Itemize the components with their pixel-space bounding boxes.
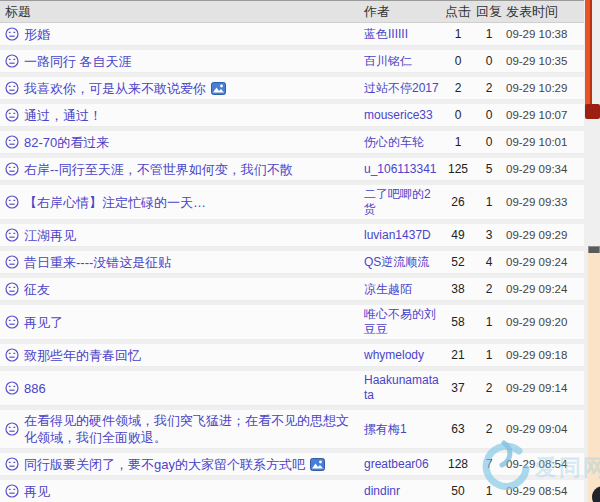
table-row: 同行版要关闭了，要不gay的大家留个联系方式吧 greatbear06 128 … [0, 453, 584, 476]
click-count: 2 [442, 81, 474, 95]
table-row: 右岸--同行至天涯，不管世界如何变，我们不散 u_106113341 125 5… [0, 158, 584, 181]
smiley-face-icon [5, 381, 19, 395]
smiley-face-icon [5, 135, 19, 149]
table-header-row: 标题 作者 点击 回复 发表时间 [0, 0, 584, 23]
click-count: 125 [442, 162, 474, 176]
author-link[interactable]: 唯心不易的刘豆豆 [364, 307, 442, 337]
thread-title-link[interactable]: 江湖再见 [24, 227, 76, 244]
author-link[interactable]: 百川铭仁 [364, 54, 442, 69]
post-time: 09-29 09:33 [504, 196, 584, 208]
reply-count: 2 [474, 81, 504, 95]
reply-count: 1 [474, 27, 504, 41]
click-count: 21 [442, 348, 474, 362]
post-time: 09-29 09:04 [504, 423, 584, 435]
thread-title-link[interactable]: 【右岸心情】注定忙碌的一天… [24, 194, 206, 211]
thread-title-link[interactable]: 886 [24, 380, 46, 397]
smiley-face-icon [5, 195, 19, 209]
smiley-face-icon [5, 108, 19, 122]
click-count: 0 [442, 54, 474, 68]
thread-title-link[interactable]: 在看得见的硬件领域，我们突飞猛进；在看不见的思想文化领域，我们全面败退。 [24, 412, 360, 446]
click-count: 52 [442, 255, 474, 269]
post-time: 09-29 08:54 [504, 458, 584, 470]
click-count: 38 [442, 282, 474, 296]
smiley-face-icon [5, 228, 19, 242]
thread-title-cell: 【右岸心情】注定忙碌的一天… [0, 194, 364, 211]
thread-title-link[interactable]: 82-70的看过来 [24, 134, 109, 151]
reply-count: 1 [474, 195, 504, 209]
picture-icon [310, 458, 325, 471]
click-count: 128 [442, 457, 474, 471]
thread-title-cell: 再见 [0, 483, 364, 500]
post-time: 09-29 10:29 [504, 82, 584, 94]
author-link[interactable]: 摞有梅1 [364, 422, 442, 437]
thread-title-link[interactable]: 形婚 [24, 26, 50, 43]
click-count: 49 [442, 228, 474, 242]
reply-count: 3 [474, 228, 504, 242]
reply-count: 2 [474, 381, 504, 395]
thread-title-link[interactable]: 同行版要关闭了，要不gay的大家留个联系方式吧 [24, 456, 305, 473]
author-link[interactable]: greatbear06 [364, 457, 442, 472]
reply-count: 1 [474, 315, 504, 329]
thread-title-link[interactable]: 再见 [24, 483, 50, 500]
smiley-face-icon [5, 54, 19, 68]
column-header-author: 作者 [364, 4, 442, 19]
table-row: 征友 凉生越陌 38 2 09-29 09:24 [0, 278, 584, 301]
column-header-replies: 回复 [474, 3, 504, 21]
table-row: 82-70的看过来 伤心的车轮 1 0 09-29 10:01 [0, 131, 584, 154]
thread-title-link[interactable]: 再见了 [24, 314, 63, 331]
reply-count: 7 [474, 457, 504, 471]
author-link[interactable]: Haakunamatata [364, 373, 442, 403]
smiley-face-icon [5, 348, 19, 362]
thread-table: 标题 作者 点击 回复 发表时间 形婚 [0, 0, 584, 502]
post-time: 09-29 10:01 [504, 136, 584, 148]
click-count: 63 [442, 422, 474, 436]
author-link[interactable]: 凉生越陌 [364, 282, 442, 297]
post-time: 09-29 08:54 [504, 485, 584, 497]
smiley-face-icon [5, 255, 19, 269]
author-link[interactable]: 蓝色IIIIII [364, 27, 442, 42]
post-time: 09-29 09:29 [504, 229, 584, 241]
post-time: 09-29 09:24 [504, 256, 584, 268]
clipped-side-panel-strip [588, 253, 600, 502]
thread-title-cell: 昔日重来----没错这是征贴 [0, 254, 364, 271]
column-header-time: 发表时间 [504, 3, 584, 21]
reply-count: 2 [474, 282, 504, 296]
click-count: 37 [442, 381, 474, 395]
thread-title-cell: 江湖再见 [0, 227, 364, 244]
reply-count: 0 [474, 54, 504, 68]
thread-title-link[interactable]: 征友 [24, 281, 50, 298]
thread-title-cell: 82-70的看过来 [0, 134, 364, 151]
thread-title-link[interactable]: 右岸--同行至天涯，不管世界如何变，我们不散 [24, 161, 293, 178]
thread-title-cell: 886 [0, 380, 364, 397]
thread-title-cell: 一路同行 各自天涯 [0, 53, 364, 70]
clipped-red-widget-button[interactable] [585, 104, 600, 119]
author-link[interactable]: 过站不停2017 [364, 81, 442, 96]
thread-title-link[interactable]: 我喜欢你，可是从来不敢说爱你 [24, 80, 206, 97]
author-link[interactable]: luvian1437D [364, 228, 442, 243]
author-link[interactable]: 二了吧唧的2货 [364, 187, 442, 217]
click-count: 1 [442, 27, 474, 41]
author-link[interactable]: dindinr [364, 484, 442, 499]
author-link[interactable]: u_106113341 [364, 162, 442, 177]
post-time: 09-29 10:07 [504, 109, 584, 121]
table-row: 再见 dindinr 50 1 09-29 08:54 [0, 480, 584, 502]
table-row: 886 Haakunamatata 37 2 09-29 09:14 [0, 371, 584, 406]
smiley-face-icon [5, 282, 19, 296]
thread-title-cell: 同行版要关闭了，要不gay的大家留个联系方式吧 [0, 456, 364, 473]
post-time: 09-29 09:20 [504, 316, 584, 328]
author-link[interactable]: QS逆流顺流 [364, 255, 442, 270]
author-link[interactable]: whymelody [364, 348, 442, 363]
thread-title-link[interactable]: 昔日重来----没错这是征贴 [24, 254, 171, 271]
thread-title-link[interactable]: 致那些年的青春回忆 [24, 347, 141, 364]
thread-title-link[interactable]: 一路同行 各自天涯 [24, 53, 132, 70]
author-link[interactable]: 伤心的车轮 [364, 135, 442, 150]
reply-count: 4 [474, 255, 504, 269]
picture-icon [211, 82, 226, 95]
table-row: 【右岸心情】注定忙碌的一天… 二了吧唧的2货 26 1 09-29 09:33 [0, 185, 584, 220]
reply-count: 2 [474, 422, 504, 436]
thread-title-link[interactable]: 通过，通过！ [24, 107, 102, 124]
thread-title-cell: 通过，通过！ [0, 107, 364, 124]
click-count: 1 [442, 135, 474, 149]
author-link[interactable]: mouserice33 [364, 108, 442, 123]
smiley-face-icon [5, 81, 19, 95]
